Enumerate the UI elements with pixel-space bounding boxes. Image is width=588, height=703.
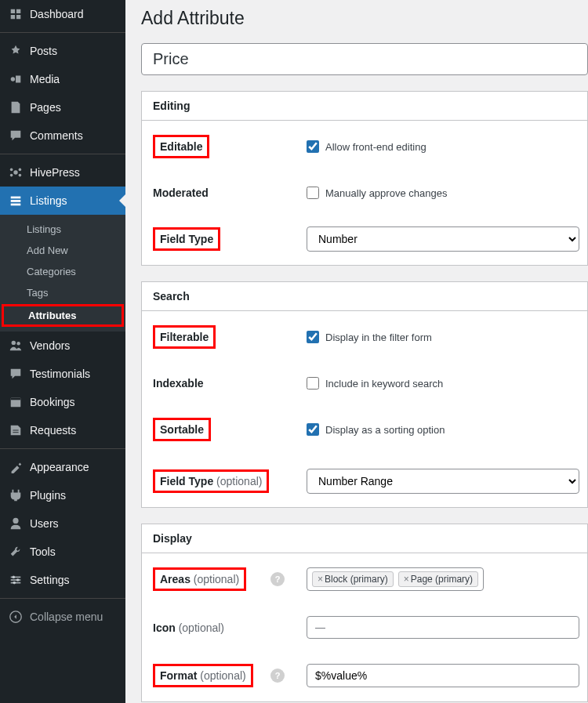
help-icon[interactable]: ? (270, 572, 285, 586)
sidebar-item-settings[interactable]: Settings (0, 566, 125, 594)
sidebar-item-users[interactable]: Users (0, 509, 125, 538)
filterable-checkbox-row[interactable]: Display in the filter form (307, 331, 579, 343)
icon-label: Icon (optional) (153, 621, 224, 634)
sidebar-item-label: Bookings (30, 396, 75, 408)
media-icon (8, 71, 24, 87)
sidebar-item-dashboard[interactable]: Dashboard (0, 0, 125, 28)
indexable-label: Indexable (153, 377, 204, 390)
search-fieldtype-label: Field Type (optional) (153, 469, 269, 493)
sidebar-item-testimonials[interactable]: Testimonials (0, 360, 125, 388)
submenu-item-attributes[interactable]: Attributes (2, 304, 124, 327)
submenu-item-tags[interactable]: Tags (0, 282, 125, 303)
sidebar-item-label: Vendors (30, 339, 70, 352)
vendors-icon (8, 338, 24, 353)
submenu-item-categories[interactable]: Categories (0, 261, 125, 282)
menu-separator (0, 32, 125, 33)
main-content: Add Attribute Editing Editable Allow fro… (125, 0, 588, 703)
sidebar-item-label: Requests (30, 424, 76, 437)
submenu-item-listings[interactable]: Listings (0, 219, 125, 240)
moderated-checkbox-row[interactable]: Manually approve changes (307, 187, 579, 199)
display-heading: Display (142, 524, 587, 553)
bookings-icon (8, 394, 24, 410)
sidebar-item-posts[interactable]: Posts (0, 37, 125, 65)
sidebar-item-label: Testimonials (30, 368, 90, 380)
svg-point-2 (10, 169, 13, 172)
sidebar-item-label: Comments (30, 129, 83, 142)
svg-point-0 (11, 77, 15, 81)
sortable-label: Sortable (153, 418, 211, 441)
remove-tag-icon[interactable]: × (318, 574, 323, 585)
svg-point-9 (12, 341, 16, 345)
svg-point-4 (10, 174, 13, 177)
attribute-name-input[interactable] (141, 43, 588, 75)
icon-select[interactable]: — (307, 616, 579, 639)
sidebar-item-tools[interactable]: Tools (0, 538, 125, 566)
editable-label: Editable (153, 135, 209, 158)
search-heading: Search (142, 282, 587, 311)
sidebar-item-media[interactable]: Media (0, 65, 125, 93)
sidebar-item-pages[interactable]: Pages (0, 93, 125, 121)
sidebar-item-label: Settings (30, 574, 70, 586)
sidebar-item-plugins[interactable]: Plugins (0, 481, 125, 509)
pages-icon (8, 100, 24, 115)
sidebar-item-label: Users (30, 517, 59, 530)
sidebar-item-collapse[interactable]: Collapse menu (0, 603, 125, 631)
indexable-checkbox[interactable] (307, 377, 319, 390)
sortable-checkbox[interactable] (307, 423, 319, 436)
format-label: Format (optional) (153, 664, 253, 687)
sidebar-item-bookings[interactable]: Bookings (0, 388, 125, 416)
menu-separator (0, 598, 125, 599)
sidebar-item-label: Media (30, 73, 60, 85)
sidebar-item-label: Collapse menu (30, 611, 103, 623)
sidebar-item-comments[interactable]: Comments (0, 121, 125, 150)
format-input[interactable] (307, 664, 579, 687)
hivepress-icon (8, 165, 24, 180)
svg-rect-12 (11, 398, 21, 400)
svg-point-5 (19, 174, 22, 177)
sortable-text: Display as a sorting option (325, 424, 445, 436)
sidebar-item-listings[interactable]: Listings (0, 187, 125, 215)
areas-label: Areas (optional) (153, 567, 246, 591)
editable-checkbox[interactable] (307, 140, 319, 153)
sidebar-item-label: Appearance (30, 461, 89, 473)
moderated-checkbox[interactable] (307, 187, 319, 199)
remove-tag-icon[interactable]: × (404, 574, 409, 585)
areas-tags-input[interactable]: ×Block (primary) ×Page (primary) (307, 567, 484, 591)
sidebar-item-label: Tools (30, 545, 56, 558)
testimonials-icon (8, 366, 24, 382)
sidebar-item-vendors[interactable]: Vendors (0, 332, 125, 360)
requests-icon (8, 422, 24, 438)
editable-checkbox-row[interactable]: Allow front-end editing (307, 140, 579, 153)
filterable-label: Filterable (153, 325, 216, 349)
search-panel: Search Filterable Display in the filter … (141, 281, 588, 508)
display-panel: Display Areas (optional) ? ×Block (prima… (141, 524, 588, 702)
editing-heading: Editing (142, 92, 587, 121)
page-title: Add Attribute (141, 8, 588, 29)
sidebar-item-hivepress[interactable]: HivePress (0, 158, 125, 187)
editable-text: Allow front-end editing (325, 141, 426, 153)
area-tag[interactable]: ×Block (primary) (312, 571, 394, 587)
svg-rect-7 (11, 200, 21, 202)
svg-rect-6 (11, 197, 21, 199)
sidebar-item-label: Plugins (30, 489, 66, 502)
pin-icon (8, 43, 24, 59)
help-icon[interactable]: ? (270, 669, 285, 683)
svg-point-17 (13, 576, 16, 579)
svg-point-3 (19, 169, 22, 172)
sortable-checkbox-row[interactable]: Display as a sorting option (307, 423, 579, 436)
appearance-icon (8, 459, 24, 475)
svg-point-10 (16, 342, 20, 346)
sidebar-item-label: Dashboard (30, 8, 84, 20)
area-tag[interactable]: ×Page (primary) (398, 571, 478, 587)
sidebar-submenu: Listings Add New Categories Tags Attribu… (0, 215, 125, 332)
sidebar-item-requests[interactable]: Requests (0, 416, 125, 444)
indexable-checkbox-row[interactable]: Include in keyword search (307, 377, 579, 390)
submenu-item-addnew[interactable]: Add New (0, 240, 125, 261)
sidebar-item-appearance[interactable]: Appearance (0, 453, 125, 481)
tools-icon (8, 544, 24, 560)
search-fieldtype-select[interactable]: Number Range (307, 469, 579, 494)
settings-icon (8, 572, 24, 588)
filterable-checkbox[interactable] (307, 331, 319, 343)
editing-fieldtype-select[interactable]: Number (307, 226, 579, 252)
svg-point-1 (13, 170, 17, 174)
